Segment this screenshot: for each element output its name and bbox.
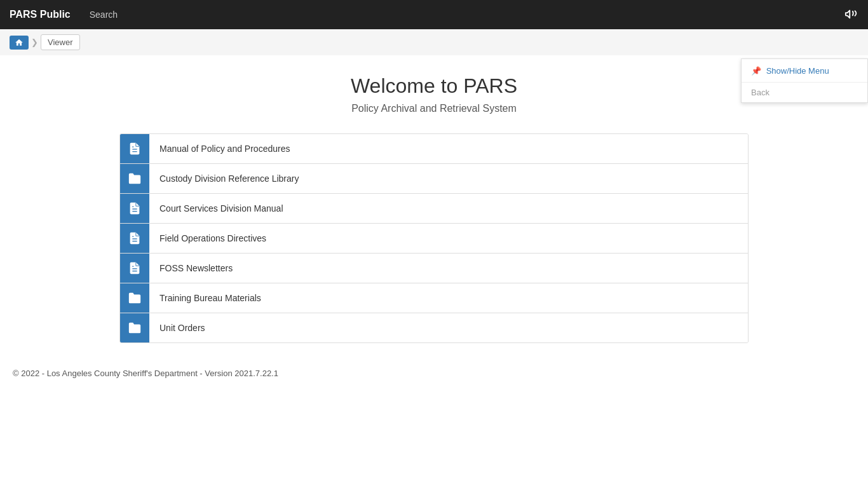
show-hide-menu-container: 📌 Show/Hide Menu bbox=[742, 59, 867, 83]
item-label: Custody Division Reference Library bbox=[149, 166, 309, 191]
item-label: Unit Orders bbox=[149, 315, 215, 341]
breadcrumb: ❯ Viewer bbox=[0, 29, 868, 55]
welcome-title: Welcome to PARS bbox=[13, 74, 855, 98]
items-list: Manual of Policy and Procedures Custody … bbox=[119, 133, 749, 343]
show-hide-menu-link[interactable]: 📌 Show/Hide Menu bbox=[751, 66, 829, 76]
back-button[interactable]: Back bbox=[742, 83, 867, 102]
navbar: PARS Public Search bbox=[0, 0, 868, 29]
document-icon bbox=[120, 194, 149, 223]
megaphone-icon bbox=[844, 6, 858, 24]
welcome-section: Welcome to PARS Policy Archival and Retr… bbox=[13, 74, 855, 114]
folder-icon bbox=[120, 283, 149, 313]
breadcrumb-current: Viewer bbox=[41, 34, 80, 50]
pushpin-icon: 📌 bbox=[751, 66, 761, 76]
welcome-subtitle: Policy Archival and Retrieval System bbox=[13, 103, 855, 114]
main-content: Welcome to PARS Policy Archival and Retr… bbox=[0, 55, 868, 356]
folder-icon bbox=[120, 164, 149, 193]
list-item[interactable]: FOSS Newsletters bbox=[120, 254, 748, 283]
list-item[interactable]: Unit Orders bbox=[120, 313, 748, 342]
item-label: Court Services Division Manual bbox=[149, 196, 294, 221]
navbar-left: PARS Public Search bbox=[10, 9, 118, 20]
list-item[interactable]: Court Services Division Manual bbox=[120, 194, 748, 224]
home-button[interactable] bbox=[10, 36, 29, 50]
document-icon bbox=[120, 134, 149, 163]
list-item[interactable]: Custody Division Reference Library bbox=[120, 164, 748, 194]
navbar-brand[interactable]: PARS Public bbox=[10, 9, 71, 20]
item-label: FOSS Newsletters bbox=[149, 255, 243, 281]
show-hide-menu-label: Show/Hide Menu bbox=[766, 66, 829, 76]
document-icon bbox=[120, 254, 149, 283]
list-item[interactable]: Field Operations Directives bbox=[120, 224, 748, 254]
item-label: Manual of Policy and Procedures bbox=[149, 136, 300, 161]
folder-icon bbox=[120, 313, 149, 342]
navbar-right bbox=[844, 6, 858, 24]
side-menu-panel: 📌 Show/Hide Menu Back bbox=[741, 58, 868, 103]
footer-text: © 2022 - Los Angeles County Sheriff's De… bbox=[13, 369, 278, 378]
item-label: Field Operations Directives bbox=[149, 226, 276, 251]
breadcrumb-arrow: ❯ bbox=[31, 37, 38, 47]
home-icon bbox=[15, 38, 24, 47]
list-item[interactable]: Manual of Policy and Procedures bbox=[120, 134, 748, 164]
footer: © 2022 - Los Angeles County Sheriff's De… bbox=[0, 356, 868, 391]
list-item[interactable]: Training Bureau Materials bbox=[120, 283, 748, 313]
search-link[interactable]: Search bbox=[90, 10, 118, 20]
item-label: Training Bureau Materials bbox=[149, 285, 271, 311]
document-icon bbox=[120, 224, 149, 253]
